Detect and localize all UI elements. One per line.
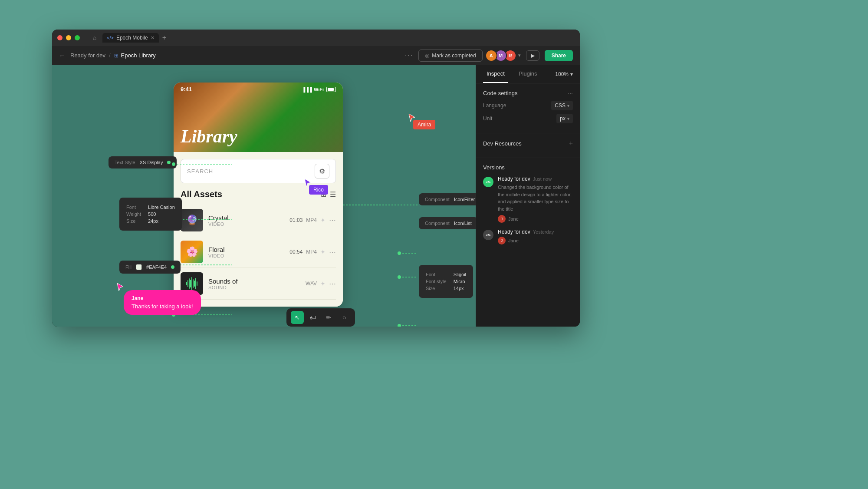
version-time-2: Yesterday [533,229,554,235]
canvas[interactable]: 9:41 ▐▐▐ WiFi Library [52,65,476,327]
active-tab[interactable]: </> Epoch Mobile ✕ [102,33,159,43]
tab-label: Epoch Mobile [116,35,148,41]
breadcrumb: Ready for dev / ⊞ Epoch Library [70,52,156,59]
asset-duration-crystal: 01:03 [289,217,302,223]
font2-value: Sligoil [454,272,466,277]
language-select[interactable]: CSS ▾ [551,101,573,110]
asset-info-sound: Sounds of SOUND [208,278,300,290]
traffic-light-red[interactable] [57,35,62,40]
comment-tool[interactable]: ○ [338,311,351,324]
new-tab-icon[interactable]: + [162,34,166,42]
cursor-amira: Amira [408,113,416,124]
play-button[interactable]: ▶ [526,50,539,61]
asset-star-sound: ✦ [320,280,326,287]
traffic-light-green[interactable] [75,35,80,40]
asset-item-sound[interactable]: Sounds of SOUND WAV ✦ ⋯ [181,268,336,300]
fill-swatch [136,264,142,270]
avatar-chevron-icon[interactable]: ▾ [518,53,521,58]
version-content-2: Ready for dev Yesterday J Jane [498,229,573,244]
hand-tool[interactable]: 🏷 [306,311,319,324]
asset-item-crystal[interactable]: 🔮 Crystal VIDEO 01:03 MP4 ✦ ⋯ [181,205,336,236]
unit-value: px [560,116,566,122]
breadcrumb-current: ⊞ Epoch Library [114,52,156,59]
component-badge-filter: Component Icon/Filter [419,193,476,205]
edit-tool[interactable]: ✏ [322,311,335,324]
filter-button[interactable]: ⚙ [315,164,329,178]
panel-tabs: Inspect Plugins 100% ▾ [476,65,580,83]
font-value: Libre Caslon [148,205,175,210]
comment-text: Thanks for taking a look! [132,303,193,310]
language-label: Language [483,102,506,109]
asset-name-crystal: Crystal [208,214,284,221]
tab-code-icon: </> [107,35,114,40]
svg-point-14 [398,324,401,327]
language-value: CSS [555,102,566,109]
fill-dot [171,265,174,269]
back-button[interactable]: ← [59,52,65,59]
svg-point-12 [398,251,401,255]
browser-window: ⌂ </> Epoch Mobile ✕ + ← Ready for dev /… [52,30,580,327]
status-bar: 9:41 ▐▐▐ WiFi [174,83,343,96]
asset-type-floral: VIDEO [208,253,284,258]
annotation-dot [167,161,171,164]
asset-type-crystal: VIDEO [208,221,284,227]
more-options-button[interactable]: ··· [405,52,413,59]
status-icons: ▐▐▐ WiFi [302,87,336,92]
zoom-control[interactable]: 100% ▾ [555,65,573,83]
unit-select[interactable]: px ▾ [556,114,573,123]
asset-item-floral[interactable]: 🌸 Floral VIDEO 00:54 MP4 ✦ ⋯ [181,236,336,268]
comp-value-filter: Icon/Filter [454,197,475,202]
asset-type-sound: SOUND [208,285,300,290]
waveform [186,277,197,290]
asset-more-crystal[interactable]: ⋯ [329,216,336,225]
font-table: Font Libre Caslon Weight 500 Size 24px [126,203,175,225]
play-icon: ▶ [531,53,535,59]
code-settings-section: Code settings ··· Language CSS ▾ Unit px… [476,83,580,133]
list-view-icon[interactable]: ☰ [330,190,336,198]
fill-label: Fill [125,264,132,270]
breadcrumb-page-name: Epoch Library [121,52,156,59]
version-avatar-jane-1: J [498,215,506,223]
version-item-2: </> Ready for dev Yesterday J Jane [483,229,573,244]
tab-close-icon[interactable]: ✕ [151,35,155,41]
asset-more-sound[interactable]: ⋯ [329,280,336,288]
asset-meta-floral: 00:54 MP4 ✦ ⋯ [289,248,336,256]
comp-value-list: Icon/List [454,221,472,226]
signal-icon: ▐▐▐ [302,87,312,92]
cursor-rico: Rico [304,178,312,189]
tab-plugins[interactable]: Plugins [515,65,541,83]
version-avatar-jane-2: J [498,237,506,244]
asset-info-floral: Floral VIDEO [208,246,284,258]
search-input[interactable]: SEARCH [187,168,310,175]
comp-label-filter: Component [425,197,450,202]
version-content-1: Ready for dev Just now Changed the backg… [498,176,573,223]
version-time-1: Just now [533,176,552,182]
tab-inspect[interactable]: Inspect [483,65,508,83]
asset-format-floral: MP4 [306,249,317,255]
font-annotation: Font Libre Caslon Weight 500 Size 24px [119,198,182,231]
mark-completed-button[interactable]: ◎ Mark as completed [418,50,482,62]
unit-chevron-icon: ▾ [567,116,569,121]
size2-label: Size [426,286,454,291]
traffic-light-yellow[interactable] [66,35,71,40]
text-style-annotation: Text Style XS Display [108,156,177,169]
wifi-icon: WiFi [314,87,324,92]
zoom-chevron-icon: ▾ [570,71,573,77]
asset-more-floral[interactable]: ⋯ [329,248,336,256]
asset-thumb-floral: 🌸 [181,241,203,263]
dev-resources-add-icon[interactable]: + [569,139,573,147]
breadcrumb-separator: / [109,52,111,59]
home-icon[interactable]: ⌂ [89,32,101,44]
version-header-2: Ready for dev Yesterday [498,229,573,235]
weight-label: Weight [126,211,148,217]
font-style-label: Font style [426,279,454,284]
cursor-tool[interactable]: ↖ [291,311,304,324]
comp-label-list: Component [425,221,450,226]
text-style-value: XS Display [140,160,163,165]
code-settings-more-icon[interactable]: ··· [568,89,573,96]
tool-toolbar: ↖ 🏷 ✏ ○ [286,308,355,327]
search-bar[interactable]: SEARCH ⚙ [181,159,336,183]
share-button[interactable]: Share [545,50,573,61]
asset-meta-crystal: 01:03 MP4 ✦ ⋯ [289,216,336,225]
version-header-1: Ready for dev Just now [498,176,573,182]
